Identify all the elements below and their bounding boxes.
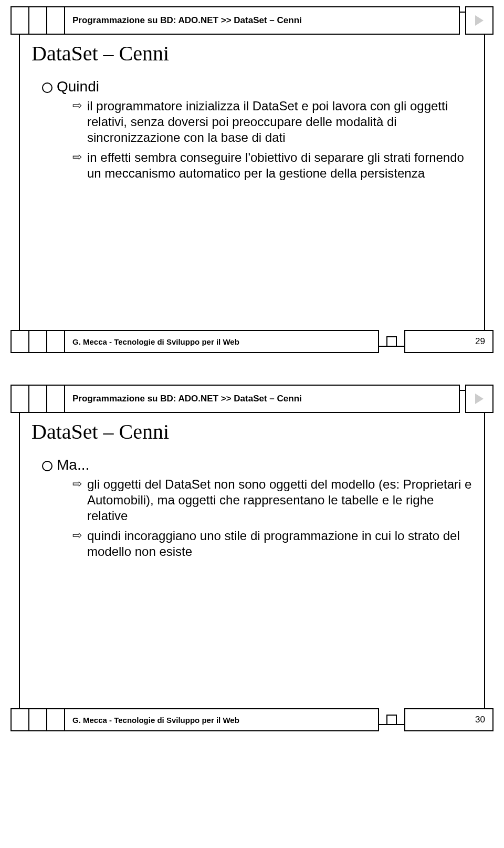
header-tab — [28, 385, 47, 413]
slide-title: DataSet – Cenni — [32, 419, 472, 444]
bullet-text: Ma... — [57, 457, 89, 473]
slide-title: DataSet – Cenni — [32, 41, 472, 66]
footer-tabs — [10, 708, 65, 731]
nav-next-box[interactable] — [465, 385, 494, 413]
connector-box — [386, 336, 397, 347]
connector-box — [386, 715, 397, 725]
header-tabs — [10, 6, 65, 35]
footer-tabs — [10, 330, 65, 353]
header-tab — [46, 385, 65, 413]
header-tab — [28, 6, 47, 35]
footer-connector — [379, 330, 404, 353]
slide-1: Programmazione su BD: ADO.NET >> DataSet… — [0, 0, 504, 378]
footer-connector — [379, 708, 404, 731]
footer-row: G. Mecca - Tecnologie di Sviluppo per il… — [10, 330, 494, 353]
page-number-box: 29 — [404, 330, 494, 353]
breadcrumb-text: Programmazione su BD: ADO.NET >> DataSet… — [72, 15, 302, 26]
footer-tab — [10, 708, 29, 731]
triangle-right-icon — [475, 15, 484, 26]
footer-text: G. Mecca - Tecnologie di Sviluppo per il… — [72, 716, 239, 725]
sub-bullet: il programmatore inizializza il DataSet … — [72, 98, 472, 146]
page-number-box: 30 — [404, 708, 494, 731]
footer-tab — [28, 708, 47, 731]
bullet-text: Quindi — [57, 78, 99, 95]
page-number: 29 — [475, 336, 485, 347]
page-number: 30 — [475, 715, 485, 725]
slide-content: DataSet – Cenni Quindi il programmatore … — [32, 41, 472, 185]
bullet-item: Quindi il programmatore inizializza il D… — [42, 78, 472, 181]
footer-text: G. Mecca - Tecnologie di Sviluppo per il… — [72, 337, 239, 346]
footer-tab — [46, 330, 65, 353]
header-tab — [46, 6, 65, 35]
sub-bullet: in effetti sembra conseguire l'obiettivo… — [72, 150, 472, 181]
footer-box: G. Mecca - Tecnologie di Sviluppo per il… — [64, 330, 379, 353]
footer-row: G. Mecca - Tecnologie di Sviluppo per il… — [10, 708, 494, 731]
header-tabs — [10, 385, 65, 413]
footer-box: G. Mecca - Tecnologie di Sviluppo per il… — [64, 708, 379, 731]
nav-next-box[interactable] — [465, 6, 494, 35]
triangle-right-icon — [475, 394, 484, 404]
header-row: Programmazione su BD: ADO.NET >> DataSet… — [10, 385, 494, 413]
slide-2: Programmazione su BD: ADO.NET >> DataSet… — [0, 378, 504, 757]
header-tab — [10, 6, 29, 35]
header-tab — [10, 385, 29, 413]
slide-content: DataSet – Cenni Ma... gli oggetti del Da… — [32, 419, 472, 564]
sub-bullet: quindi incoraggiano uno stile di program… — [72, 528, 472, 560]
header-row: Programmazione su BD: ADO.NET >> DataSet… — [10, 6, 494, 35]
breadcrumb-box: Programmazione su BD: ADO.NET >> DataSet… — [64, 385, 460, 413]
bullet-item: Ma... gli oggetti del DataSet non sono o… — [42, 457, 472, 560]
breadcrumb-box: Programmazione su BD: ADO.NET >> DataSet… — [64, 6, 460, 35]
footer-tab — [10, 330, 29, 353]
breadcrumb-text: Programmazione su BD: ADO.NET >> DataSet… — [72, 394, 302, 404]
footer-tab — [46, 708, 65, 731]
sub-bullet: gli oggetti del DataSet non sono oggetti… — [72, 477, 472, 524]
footer-tab — [28, 330, 47, 353]
